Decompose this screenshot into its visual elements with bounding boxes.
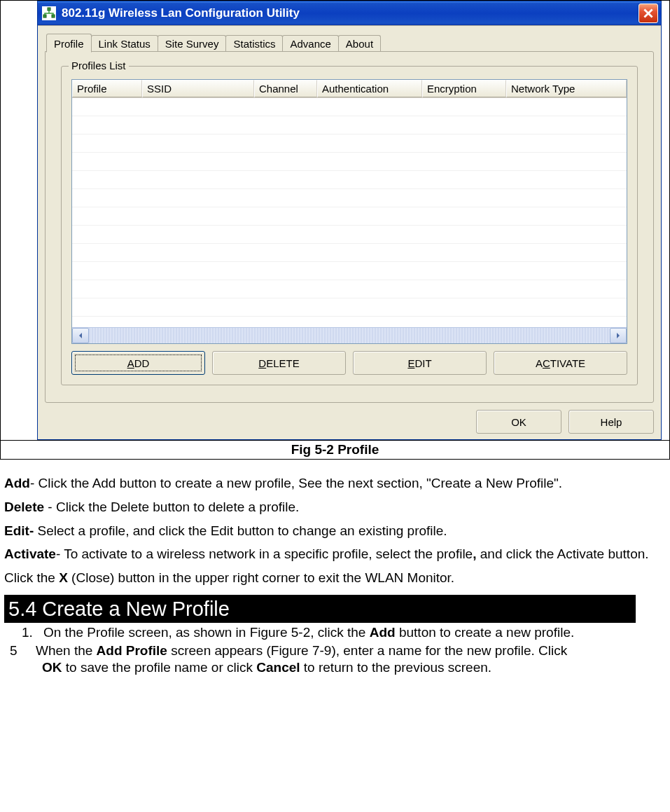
activate-button[interactable]: ACTIVATE [494,351,627,375]
profiles-list-group: Profiles List Profile SSID Channel Authe… [61,66,638,385]
client-area: Profile Link Status Site Survey Statisti… [38,25,661,439]
profiles-listview[interactable]: Profile SSID Channel Authentication Encr… [71,79,627,344]
col-network-type[interactable]: Network Type [506,80,627,97]
svg-rect-0 [48,8,50,11]
edit-button[interactable]: EDIT [353,351,487,375]
close-icon [643,8,653,18]
list-body [72,98,627,327]
tab-strip: Profile Link Status Site Survey Statisti… [45,33,654,51]
section-heading: 5.4 Create a New Profile [4,595,636,623]
app-icon [42,6,56,20]
window-title: 802.11g Wireless Lan Configuration Utili… [62,6,638,20]
step-5: 5 When the Add Profile screen appears (F… [4,642,666,676]
tab-statistics[interactable]: Statistics [225,35,283,52]
dialog-buttons: OK Help [45,410,654,434]
col-channel[interactable]: Channel [254,80,317,97]
tab-link-status[interactable]: Link Status [91,35,158,52]
scroll-right-button[interactable] [610,328,627,343]
tab-about[interactable]: About [338,35,381,52]
titlebar: 802.11g Wireless Lan Configuration Utili… [38,1,661,25]
tab-panel: Profiles List Profile SSID Channel Authe… [45,51,654,403]
chevron-left-icon [78,333,83,338]
help-button[interactable]: Help [568,410,654,434]
close-button[interactable] [638,4,658,23]
tab-profile[interactable]: Profile [46,34,92,53]
col-encryption[interactable]: Encryption [422,80,506,97]
figure-container: 802.11g Wireless Lan Configuration Utili… [0,0,670,460]
para-activate: Activate- To activate to a wireless netw… [4,546,666,563]
document-text: Add- Click the Add button to create a ne… [0,460,670,680]
add-label: DD [134,357,150,369]
chevron-right-icon [615,333,621,338]
tab-advance[interactable]: Advance [282,35,338,52]
figure-caption: Fig 5-2 Profile [1,440,669,459]
col-ssid[interactable]: SSID [142,80,254,97]
action-buttons: ADD DELETE EDIT ACTIVATE [71,351,627,375]
list-header: Profile SSID Channel Authentication Encr… [72,80,627,98]
app-window: 802.11g Wireless Lan Configuration Utili… [37,1,662,440]
groupbox-label: Profiles List [69,60,129,71]
horizontal-scrollbar[interactable] [72,327,627,343]
scroll-track[interactable] [89,328,610,343]
svg-rect-2 [52,15,55,18]
add-button[interactable]: ADD [71,351,205,375]
col-authentication[interactable]: Authentication [317,80,422,97]
steps-list: On the Profile screen, as shown in Figur… [4,624,666,641]
scroll-left-button[interactable] [72,328,89,343]
step-1: On the Profile screen, as shown in Figur… [36,624,666,641]
svg-rect-1 [43,15,46,18]
para-delete: Delete - Click the Delete button to dele… [4,499,666,516]
para-add: Add- Click the Add button to create a ne… [4,475,666,492]
col-profile[interactable]: Profile [72,80,142,97]
delete-button[interactable]: DELETE [212,351,346,375]
ok-button[interactable]: OK [476,410,561,434]
tab-site-survey[interactable]: Site Survey [158,35,227,52]
para-close: Click the X (Close) button in the upper … [4,570,666,586]
para-edit: Edit- Select a profile, and click the Ed… [4,523,666,539]
